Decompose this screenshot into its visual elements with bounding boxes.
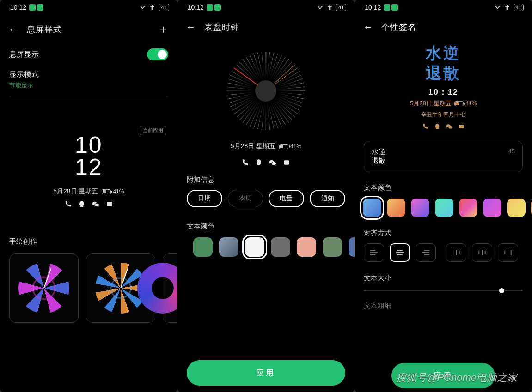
current-applied-badge: 当前应用 xyxy=(140,126,166,135)
preview-hour: 10 xyxy=(75,134,103,157)
preview-minute: 12 xyxy=(75,157,103,179)
status-time: 10:12 xyxy=(188,4,204,11)
sms-icon xyxy=(283,159,290,166)
status-time: 10:12 xyxy=(10,4,26,11)
pill-notify[interactable]: 通知 xyxy=(310,190,345,207)
align-right-button[interactable] xyxy=(416,243,436,262)
color-swatch[interactable] xyxy=(245,237,264,257)
back-button[interactable]: ← xyxy=(8,24,18,36)
wifi-icon xyxy=(139,4,146,11)
preview-lunar: 辛丑牛年四月十七 xyxy=(421,111,465,119)
signature-char-remaining: 45 xyxy=(508,148,515,155)
sms-icon xyxy=(458,123,465,130)
color-swatch[interactable] xyxy=(323,237,342,257)
size-label: 文本大小 xyxy=(355,274,532,283)
gallery-item-3[interactable] xyxy=(163,253,177,323)
preview-notification-icons xyxy=(422,123,465,130)
display-mode-value: 节能显示 xyxy=(9,81,39,90)
page-title: 个性签名 xyxy=(381,22,416,33)
preview-time: 10：12 xyxy=(428,87,459,97)
color-swatch[interactable] xyxy=(271,237,290,257)
signal-icon xyxy=(326,4,333,11)
pill-lunar[interactable]: 农历 xyxy=(228,190,263,207)
vertical-right-button[interactable] xyxy=(498,243,518,262)
status-badge-2 xyxy=(37,4,43,11)
preview-battery: 41% xyxy=(454,100,477,107)
gradient-swatches xyxy=(355,192,532,223)
add-button[interactable]: ＋ xyxy=(157,21,169,37)
text-color-label: 文本颜色 xyxy=(355,183,532,192)
dial-center-icon xyxy=(255,80,276,102)
pill-battery[interactable]: 电量 xyxy=(269,190,304,207)
align-label: 对齐方式 xyxy=(355,229,532,238)
phone-icon xyxy=(64,200,72,208)
pill-date[interactable]: 日期 xyxy=(187,190,222,207)
gradient-swatch[interactable] xyxy=(483,199,501,217)
gradient-swatch[interactable] xyxy=(435,199,453,217)
status-bar: 10:12 41 xyxy=(0,0,177,15)
status-badge-2 xyxy=(391,4,398,11)
phone-icon xyxy=(241,159,249,166)
back-button[interactable]: ← xyxy=(363,21,373,33)
signature-input-value: 水逆 退散 xyxy=(372,148,385,165)
gradient-swatch[interactable] xyxy=(387,199,405,217)
color-swatch[interactable] xyxy=(349,237,355,257)
screen-aod-style: 10:12 41 ← 息屏样式 ＋ 息屏显示 xyxy=(0,0,177,392)
color-swatch[interactable] xyxy=(193,237,213,257)
battery-indicator: 41 xyxy=(336,4,346,11)
wifi-icon xyxy=(317,4,324,11)
gradient-swatch[interactable] xyxy=(411,199,429,217)
wifi-icon xyxy=(494,4,501,11)
gradient-swatch[interactable] xyxy=(459,199,477,217)
aod-preview: 10 12 5月28日 星期五 41% xyxy=(0,134,177,208)
display-mode-row[interactable]: 显示模式 节能显示 xyxy=(0,67,177,95)
analog-dial-preview xyxy=(226,52,305,130)
qq-icon xyxy=(434,123,440,130)
aod-toggle-switch[interactable] xyxy=(147,48,168,60)
align-center-button[interactable] xyxy=(390,243,410,262)
status-badge-1 xyxy=(384,4,390,11)
wechat-icon xyxy=(446,123,453,130)
align-left-button[interactable] xyxy=(364,243,384,262)
status-badge-1 xyxy=(207,4,213,11)
header: ← 息屏样式 ＋ xyxy=(0,15,177,42)
preview-notification-icons xyxy=(241,159,290,166)
extra-info-label: 附加信息 xyxy=(177,175,355,184)
gradient-swatch[interactable] xyxy=(363,199,381,217)
preview-notification-icons xyxy=(64,200,113,208)
preview-battery: 41% xyxy=(279,143,301,150)
header: ← 表盘时钟 xyxy=(177,15,355,38)
svg-rect-2 xyxy=(459,125,464,128)
color-swatches xyxy=(177,231,355,263)
color-swatch[interactable] xyxy=(219,237,238,257)
text-size-slider[interactable] xyxy=(364,290,523,291)
gradient-swatch[interactable] xyxy=(507,199,526,217)
apply-button[interactable]: 应用 xyxy=(391,363,495,388)
vertical-center-button[interactable] xyxy=(472,243,492,262)
align-row xyxy=(355,238,532,267)
hand-drawn-gallery xyxy=(0,248,177,328)
signal-icon xyxy=(149,4,156,11)
vertical-left-button[interactable] xyxy=(446,243,466,262)
screen-dial-clock: 10:12 41 ← 表盘时钟 5月28日 星期五 xyxy=(177,0,355,392)
wechat-icon xyxy=(92,200,99,208)
header: ← 个性签名 xyxy=(355,15,532,38)
preview-date: 5月28日 星期五 xyxy=(53,187,98,196)
status-time: 10:12 xyxy=(365,4,381,11)
kaleidoscope-icon xyxy=(18,263,69,314)
signature-preview: 水逆 退散 10：12 5月28日 星期五 41% 辛丑牛年四月十七 xyxy=(355,44,532,130)
extra-info-pills: 日期 农历 电量 通知 xyxy=(177,184,355,213)
gallery-item-1[interactable] xyxy=(9,253,79,323)
signature-input[interactable]: 水逆 退散 45 xyxy=(364,141,523,172)
text-color-label: 文本颜色 xyxy=(177,222,355,231)
color-swatch[interactable] xyxy=(297,237,316,257)
svg-rect-1 xyxy=(284,160,289,164)
status-bar: 10:12 41 xyxy=(177,0,355,15)
signal-icon xyxy=(504,4,511,11)
aod-toggle-row[interactable]: 息屏显示 xyxy=(0,42,177,67)
preview-date: 5月28日 星期五 xyxy=(231,142,275,151)
status-bar: 10:12 41 xyxy=(355,0,532,15)
apply-button[interactable]: 应用 xyxy=(187,360,346,386)
status-badge-1 xyxy=(29,4,36,11)
back-button[interactable]: ← xyxy=(186,21,196,33)
